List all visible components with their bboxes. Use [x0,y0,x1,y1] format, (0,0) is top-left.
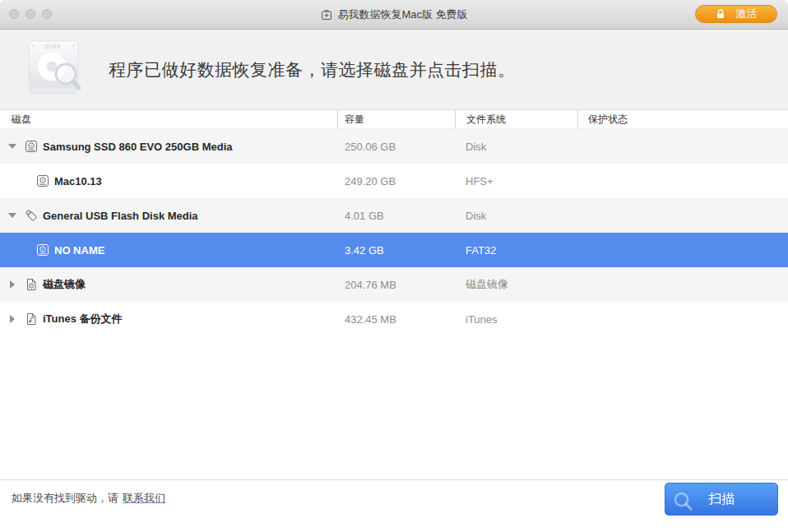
column-header-disk: 磁盘 [0,110,337,128]
table-row[interactable]: iTunes 备份文件 432.45 MB iTunes [0,302,788,336]
column-header-capacity: 容量 [337,110,455,128]
hard-drive-icon [36,243,49,257]
disk-name: General USB Flash Disk Media [43,210,198,222]
chevron-down-icon[interactable] [7,213,18,218]
disk-filesystem: 磁盘镜像 [455,277,577,292]
disk-capacity: 249.20 GB [337,175,455,187]
column-header-protection: 保护状态 [577,110,788,128]
table-row[interactable]: General USB Flash Disk Media 4.01 GB Dis… [0,198,788,233]
chevron-right-icon[interactable] [7,280,18,289]
table-row[interactable]: 磁盘镜像 204.76 MB 磁盘镜像 [0,267,788,302]
minimize-window-button[interactable] [25,9,35,19]
hero-message: 程序已做好数据恢复准备，请选择磁盘并点击扫描。 [109,58,516,81]
footer-bar: 如果没有找到驱动，请联系我们 扫描 [0,479,788,532]
table-row[interactable]: Mac10.13 249.20 GB HFS+ [0,164,788,198]
titlebar: 易我数据恢复Mac版 免费版 激活 [0,0,788,30]
table-header: 磁盘 容量 文件系统 保护状态 [0,110,788,129]
disk-filesystem: Disk [455,210,577,222]
app-proxy-icon [320,8,333,21]
column-header-filesystem: 文件系统 [455,110,577,128]
chevron-right-icon[interactable] [7,315,18,323]
window-title-area: 易我数据恢复Mac版 免费版 [320,7,467,22]
disk-filesystem: Disk [455,141,577,153]
disk-capacity: 3.42 GB [337,244,455,257]
traffic-lights [9,9,52,19]
disk-capacity: 250.06 GB [337,141,455,153]
disk-name: iTunes 备份文件 [43,312,123,326]
scan-button-label: 扫描 [708,491,735,508]
no-drive-hint: 如果没有找到驱动，请联系我们 [12,491,165,506]
disk-image-file-icon [25,278,38,291]
disk-filesystem: FAT32 [455,244,577,257]
disk-search-icon: DISK [21,39,86,100]
table-row-selected[interactable]: NO NAME 3.42 GB FAT32 [0,233,788,267]
zoom-window-button[interactable] [42,9,52,19]
disk-icon-badge: DISK [21,44,86,49]
chevron-down-icon[interactable] [7,144,18,149]
activate-button-label: 激活 [736,7,758,21]
itunes-backup-file-icon [25,312,38,326]
disk-capacity: 432.45 MB [337,313,455,326]
magnifier-icon [673,491,694,512]
close-window-button[interactable] [9,9,19,19]
contact-us-link[interactable]: 联系我们 [123,492,165,504]
disk-name: NO NAME [54,244,104,257]
disk-capacity: 204.76 MB [337,279,455,291]
hero-banner: DISK 程序已做好数据恢复准备，请选择磁盘并点击扫描。 [0,30,788,110]
table-row[interactable]: Samsung SSD 860 EVO 250GB Media 250.06 G… [0,129,788,164]
scan-button[interactable]: 扫描 [665,483,778,516]
empty-table-area [0,336,788,479]
app-window: 易我数据恢复Mac版 免费版 激活 [0,0,788,532]
usb-drive-icon [25,209,38,222]
hint-text: 如果没有找到驱动，请 [12,492,118,504]
disk-name: Samsung SSD 860 EVO 250GB Media [43,141,232,153]
hard-drive-icon [25,140,38,153]
hard-drive-icon [36,174,49,187]
disk-filesystem: HFS+ [455,175,577,187]
disk-filesystem: iTunes [455,313,577,326]
disk-name: 磁盘镜像 [43,277,86,292]
disk-name: Mac10.13 [54,175,102,187]
disk-capacity: 4.01 GB [337,210,455,222]
window-title: 易我数据恢复Mac版 免费版 [337,7,467,22]
lock-icon [716,9,725,20]
activate-button[interactable]: 激活 [695,5,777,23]
